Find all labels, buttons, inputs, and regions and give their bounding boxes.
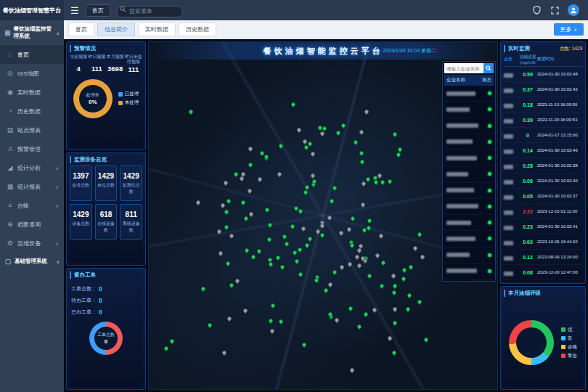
map-marker-gray[interactable]	[327, 282, 333, 287]
enterprise-row[interactable]	[444, 183, 494, 199]
map-marker-green[interactable]	[275, 255, 281, 261]
map-marker-green[interactable]	[387, 179, 393, 184]
realtime-row[interactable]: 0.392023-11-30 16:09:53	[504, 113, 582, 128]
enterprise-row[interactable]	[444, 86, 494, 102]
sidebar-item-1[interactable]: ◎GIS地图	[0, 64, 64, 83]
map-marker-green[interactable]	[267, 221, 273, 227]
map-marker-green[interactable]	[332, 269, 338, 275]
map-marker-gray[interactable]	[326, 214, 332, 220]
enterprise-row[interactable]	[444, 166, 494, 182]
map-marker-gray[interactable]	[364, 108, 369, 114]
map-marker-gray[interactable]	[248, 211, 254, 217]
map-marker-gray[interactable]	[356, 248, 362, 253]
map-marker-gray[interactable]	[375, 253, 380, 258]
map-marker-green[interactable]	[224, 261, 230, 266]
enterprise-row[interactable]	[444, 199, 494, 215]
user-avatar[interactable]	[568, 4, 579, 16]
realtime-row[interactable]: 0.592024-01-30 10:02:48	[504, 67, 582, 82]
map-marker-green[interactable]	[207, 322, 213, 328]
map-marker-green[interactable]	[380, 260, 386, 266]
map-marker-green[interactable]	[408, 264, 414, 269]
map-marker-gray[interactable]	[334, 317, 340, 323]
map-marker-green[interactable]	[224, 209, 229, 215]
realtime-row[interactable]: 0.082023-12-03 12:47:00	[504, 265, 582, 280]
sidebar-item-3[interactable]: ◔历史数据	[0, 102, 64, 121]
map-marker-gray[interactable]	[390, 273, 396, 279]
map-marker-gray[interactable]	[378, 233, 384, 239]
map-marker-green[interactable]	[359, 150, 364, 156]
enterprise-row[interactable]	[444, 134, 494, 150]
map-marker-gray[interactable]	[360, 202, 366, 208]
realtime-row[interactable]: 0.182023-11-10 16:09:56	[504, 97, 582, 113]
more-button[interactable]: 更多 ∨	[554, 23, 584, 36]
nav-tag-home[interactable]: 首页	[86, 4, 110, 17]
map-marker-green[interactable]	[304, 242, 310, 248]
map-marker-green[interactable]	[328, 197, 334, 203]
sidebar-item-9[interactable]: ⊕档案查询	[0, 215, 64, 234]
realtime-row[interactable]: 0.052024-01-30 10:02:37	[504, 189, 582, 204]
map-marker-green[interactable]	[224, 224, 229, 230]
hamburger-menu-icon[interactable]: ☰	[70, 5, 79, 16]
tab-0[interactable]: 首页	[68, 23, 94, 36]
map-marker-green[interactable]	[352, 139, 358, 145]
badge-icon[interactable]	[531, 5, 542, 15]
map-marker-gray[interactable]	[387, 335, 393, 341]
tab-2[interactable]: 实时数据	[138, 23, 176, 36]
map-marker-green[interactable]	[292, 250, 298, 256]
map-marker-green[interactable]	[396, 152, 401, 158]
realtime-row[interactable]: 0.082024-01-30 10:02:40	[504, 173, 582, 189]
enterprise-row[interactable]	[444, 248, 494, 264]
map-marker-gray[interactable]	[220, 203, 226, 208]
map-marker-green[interactable]	[244, 248, 250, 253]
map-marker-green[interactable]	[363, 311, 369, 317]
map-marker-green[interactable]	[379, 282, 385, 288]
map-marker-gray[interactable]	[247, 146, 253, 152]
map-marker-gray[interactable]	[354, 254, 360, 260]
sidebar-item-0[interactable]: ⌂首页	[0, 45, 64, 64]
realtime-row[interactable]: 0.122023-08-09 13:24:00	[504, 250, 582, 265]
map-marker-green[interactable]	[279, 264, 285, 270]
map-marker-green[interactable]	[226, 197, 232, 203]
map-marker-green[interactable]	[229, 282, 234, 287]
map-marker-green[interactable]	[270, 303, 276, 309]
map-marker-green[interactable]	[367, 273, 372, 279]
map-marker-green[interactable]	[268, 261, 274, 267]
map-marker-green[interactable]	[349, 242, 355, 248]
map-marker-gray[interactable]	[242, 308, 248, 314]
map-marker-gray[interactable]	[310, 173, 316, 179]
map-marker-green[interactable]	[290, 102, 296, 107]
map-marker-green[interactable]	[356, 324, 362, 330]
enterprise-row[interactable]	[444, 231, 494, 247]
map-marker-green[interactable]	[365, 176, 371, 182]
sidebar-item-7[interactable]: ▦统计报表∨	[0, 177, 64, 196]
map-marker-green[interactable]	[268, 318, 274, 324]
map-marker-gray[interactable]	[218, 250, 224, 256]
realtime-row[interactable]: 2.222023-12-15 01:11:00	[504, 204, 582, 219]
map-marker-gray[interactable]	[361, 181, 367, 187]
map-marker-gray[interactable]	[339, 264, 345, 270]
sidebar-group-restaurant-system[interactable]: ▣ 餐饮油烟监控管理系统 ∧	[0, 20, 64, 45]
map-marker-green[interactable]	[317, 125, 322, 131]
realtime-row[interactable]: 02024-01-17 12:15:00	[504, 128, 582, 143]
map-marker-green[interactable]	[187, 109, 193, 115]
map-marker-gray[interactable]	[347, 261, 353, 267]
map-marker-green[interactable]	[340, 123, 346, 128]
map-marker-green[interactable]	[163, 346, 169, 351]
map-marker-green[interactable]	[298, 271, 303, 277]
map-marker-green[interactable]	[417, 299, 422, 305]
map-marker-gray[interactable]	[338, 230, 343, 236]
enterprise-row[interactable]	[444, 150, 494, 166]
map-marker-green[interactable]	[373, 179, 379, 185]
map-marker-green[interactable]	[348, 306, 354, 311]
map-marker-green[interactable]	[293, 258, 299, 264]
map-marker-gray[interactable]	[247, 188, 253, 194]
map-marker-green[interactable]	[359, 159, 365, 165]
map-marker-green[interactable]	[422, 337, 428, 343]
map-marker-green[interactable]	[350, 216, 356, 221]
map-marker-gray[interactable]	[301, 226, 306, 232]
map-marker-gray[interactable]	[222, 180, 228, 186]
map-marker-green[interactable]	[380, 179, 385, 185]
map-marker-green[interactable]	[391, 290, 397, 295]
realtime-row[interactable]: 0.232024-01-30 10:02:41	[504, 219, 582, 234]
map-marker-gray[interactable]	[229, 232, 234, 238]
